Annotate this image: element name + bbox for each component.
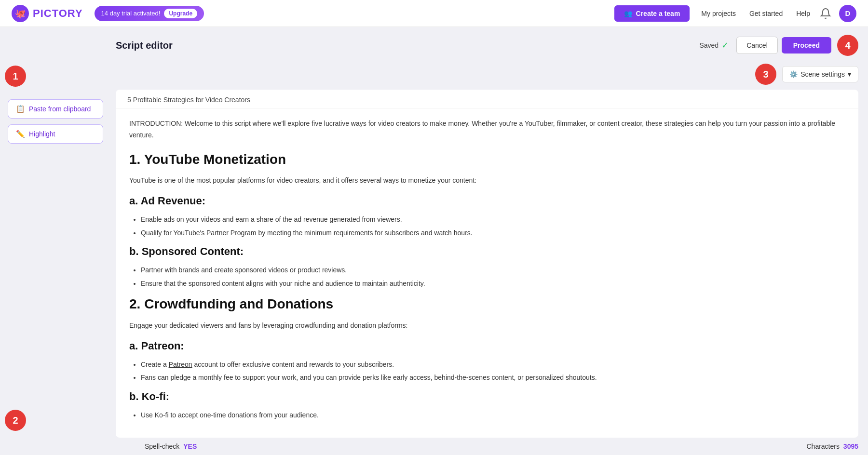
trial-label: 14 day trial activated! bbox=[101, 10, 161, 17]
doc-h1-1: 1. YouTube Monetization bbox=[129, 149, 843, 171]
doc-content[interactable]: INTRODUCTION: Welcome to this script whe… bbox=[116, 108, 858, 438]
spellcheck-label: Spell-check YES bbox=[145, 442, 197, 450]
upgrade-button[interactable]: Upgrade bbox=[164, 9, 197, 18]
list-item: Use Ko-fi to accept one-time donations f… bbox=[141, 410, 843, 420]
doc-list-4: Use Ko-fi to accept one-time donations f… bbox=[141, 410, 843, 420]
editor-header: Script editor Saved ✓ Cancel Proceed 4 bbox=[116, 27, 858, 62]
paste-from-clipboard-button[interactable]: 📋 Paste from clipboard bbox=[8, 99, 103, 119]
badge-2: 2 bbox=[5, 410, 26, 431]
list-item: Ensure that the sponsored content aligns… bbox=[141, 278, 843, 289]
nav-links: My projects Get started Help bbox=[701, 10, 810, 17]
scene-settings-bar: 3 ⚙️ Scene settings ▾ bbox=[116, 62, 858, 90]
logo-text: PICTORY bbox=[33, 7, 83, 20]
team-icon: 👥 bbox=[624, 10, 632, 17]
saved-text: Saved bbox=[699, 41, 719, 49]
logo-icon: 🐙 bbox=[12, 5, 29, 22]
characters-count: 3095 bbox=[843, 442, 858, 450]
doc-h2-1: a. Ad Revenue: bbox=[129, 192, 843, 209]
doc-list-2: Partner with brands and create sponsored… bbox=[141, 265, 843, 289]
doc-h2-4: b. Ko-fi: bbox=[129, 388, 843, 405]
editor-document: 5 Profitable Strategies for Video Creato… bbox=[116, 90, 858, 438]
logo: 🐙 PICTORY bbox=[12, 5, 83, 22]
settings-icon: ⚙️ bbox=[789, 70, 798, 78]
list-item: Partner with brands and create sponsored… bbox=[141, 265, 843, 275]
avatar[interactable]: D bbox=[839, 5, 856, 22]
doc-h2-2: b. Sponsored Content: bbox=[129, 243, 843, 260]
characters-label: Characters 3095 bbox=[806, 442, 858, 450]
trial-badge: 14 day trial activated! Upgrade bbox=[95, 6, 204, 21]
doc-list-1: Enable ads on your videos and earn a sha… bbox=[141, 214, 843, 238]
list-item: Fans can pledge a monthly fee to support… bbox=[141, 372, 843, 383]
scene-settings-button[interactable]: ⚙️ Scene settings ▾ bbox=[782, 66, 858, 82]
get-started-link[interactable]: Get started bbox=[749, 10, 783, 17]
doc-body-2: Engage your dedicated viewers and fans b… bbox=[129, 320, 843, 332]
doc-title-bar: 5 Profitable Strategies for Video Creato… bbox=[116, 90, 858, 108]
doc-body-1: YouTube is one of the most popular platf… bbox=[129, 175, 843, 187]
bottom-bar: Spell-check YES Characters 3095 bbox=[116, 438, 858, 455]
top-navigation: 🐙 PICTORY 14 day trial activated! Upgrad… bbox=[0, 0, 868, 27]
cancel-button[interactable]: Cancel bbox=[736, 37, 778, 54]
doc-title: 5 Profitable Strategies for Video Creato… bbox=[127, 96, 250, 104]
list-item: Create a Patreon account to offer exclus… bbox=[141, 359, 843, 370]
left-sidebar: 1 📋 Paste from clipboard ✏️ Highlight 2 bbox=[0, 27, 111, 455]
highlight-icon: ✏️ bbox=[16, 130, 25, 138]
proceed-button[interactable]: Proceed bbox=[782, 37, 831, 54]
doc-h1-2: 2. Crowdfunding and Donations bbox=[129, 294, 843, 315]
list-item: Enable ads on your videos and earn a sha… bbox=[141, 214, 843, 225]
editor-title: Script editor bbox=[116, 40, 699, 51]
saved-indicator: Saved ✓ bbox=[699, 40, 729, 51]
badge-3: 3 bbox=[755, 64, 776, 85]
notification-bell-icon[interactable] bbox=[820, 8, 831, 19]
spellcheck-value[interactable]: YES bbox=[183, 442, 197, 450]
badge-4: 4 bbox=[837, 35, 858, 56]
saved-check-icon: ✓ bbox=[721, 40, 729, 51]
help-link[interactable]: Help bbox=[796, 10, 810, 17]
create-team-button[interactable]: 👥 Create a team bbox=[614, 5, 690, 22]
main-content: 1 📋 Paste from clipboard ✏️ Highlight 2 … bbox=[0, 27, 868, 455]
highlight-button[interactable]: ✏️ Highlight bbox=[8, 124, 103, 144]
editor-area: Script editor Saved ✓ Cancel Proceed 4 3… bbox=[111, 27, 868, 455]
list-item: Qualify for YouTube's Partner Program by… bbox=[141, 228, 843, 238]
svg-text:🐙: 🐙 bbox=[15, 8, 26, 19]
doc-list-3: Create a Patreon account to offer exclus… bbox=[141, 359, 843, 383]
badge-1: 1 bbox=[5, 66, 26, 87]
doc-h2-3: a. Patreon: bbox=[129, 337, 843, 354]
doc-intro: INTRODUCTION: Welcome to this script whe… bbox=[129, 118, 843, 141]
my-projects-link[interactable]: My projects bbox=[701, 10, 736, 17]
chevron-down-icon: ▾ bbox=[848, 70, 851, 78]
clipboard-icon: 📋 bbox=[16, 105, 25, 113]
